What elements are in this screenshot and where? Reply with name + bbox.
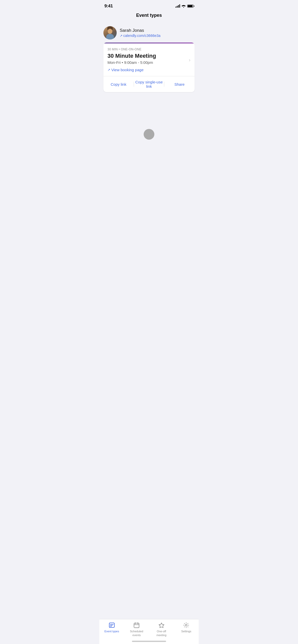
event-schedule: Mon-Fri • 9:00am - 5:00pm (107, 60, 191, 65)
signal-icon (175, 5, 180, 8)
copy-link-button[interactable]: Copy link (103, 79, 134, 90)
status-time: 9:41 (104, 4, 113, 9)
external-link-icon-booking: ↗ (107, 68, 110, 72)
page-title: Event types (99, 13, 199, 18)
share-button[interactable]: Share (164, 79, 195, 90)
event-card-actions: Copy link Copy single-use link Share (103, 76, 195, 92)
external-link-icon: ↗ (120, 34, 123, 38)
profile-url: calendly.com/c3666e3a (123, 34, 160, 38)
page-title-bar: Event types (99, 11, 199, 22)
copy-single-use-link-button[interactable]: Copy single-use link (134, 76, 164, 92)
loading-indicator (144, 129, 154, 140)
wifi-icon (182, 5, 186, 8)
user-profile: Sarah Jonas ↗ calendly.com/c3666e3a (103, 22, 195, 42)
view-booking-label: View booking page (111, 68, 144, 72)
view-booking-link[interactable]: ↗ View booking page (107, 68, 191, 76)
status-bar: 9:41 (99, 0, 199, 11)
user-profile-link[interactable]: ↗ calendly.com/c3666e3a (120, 34, 160, 38)
user-info: Sarah Jonas ↗ calendly.com/c3666e3a (120, 28, 160, 38)
event-card: 30 MIN • ONE-ON-ONE 30 Minute Meeting Mo… (103, 42, 195, 92)
avatar (103, 26, 117, 39)
battery-icon (187, 5, 194, 8)
user-name: Sarah Jonas (120, 28, 160, 33)
event-title: 30 Minute Meeting (107, 53, 191, 59)
status-icons (175, 5, 194, 8)
empty-state-area (103, 96, 195, 172)
event-card-body[interactable]: 30 MIN • ONE-ON-ONE 30 Minute Meeting Mo… (103, 43, 195, 76)
main-content: Sarah Jonas ↗ calendly.com/c3666e3a 30 M… (99, 22, 199, 172)
chevron-right-icon: › (189, 57, 191, 63)
event-meta: 30 MIN • ONE-ON-ONE (107, 48, 191, 51)
